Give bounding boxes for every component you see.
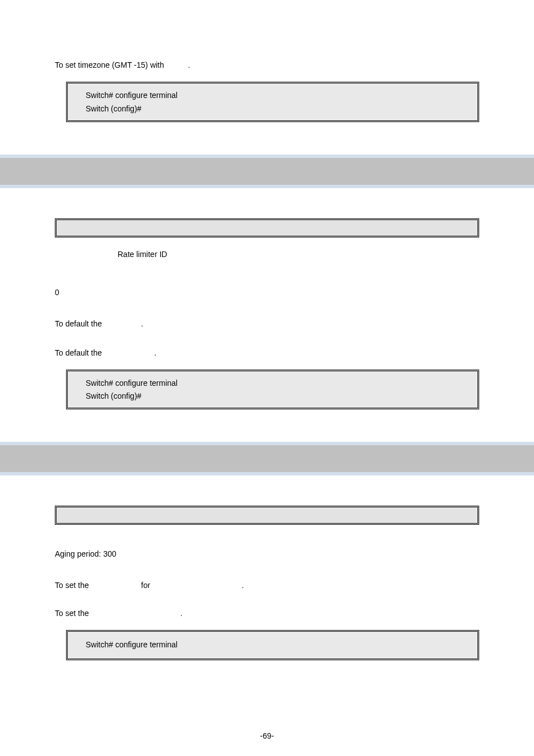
usage-tail: .	[242, 581, 244, 590]
usage-text: To set the	[55, 581, 89, 590]
param-label: Rate limiter ID	[55, 250, 479, 259]
usage-line: To set the for .	[55, 581, 479, 590]
section-band-1	[0, 155, 534, 188]
usage-line: To set the .	[55, 609, 479, 618]
usage-tail: .	[154, 348, 156, 357]
default-value: 0	[55, 288, 479, 297]
code-line: Switch# configure terminal	[86, 89, 460, 102]
top-usage-text: To set timezone (GMT -15) with	[55, 60, 164, 69]
code-line: Switch# configure terminal	[86, 638, 460, 652]
code-box-top: Switch# configure terminal Switch (confi…	[66, 82, 479, 122]
default-value-2: Aging period: 300	[55, 549, 479, 558]
code-box-sec1: Switch# configure terminal Switch (confi…	[66, 370, 479, 410]
section-band-2	[0, 442, 534, 475]
code-line: Switch (config)#	[86, 390, 460, 403]
top-usage-line: To set timezone (GMT -15) with .	[55, 60, 479, 69]
top-usage-tail: .	[188, 60, 190, 69]
syntax-box-2	[55, 506, 479, 525]
usage-text: To default the	[55, 348, 102, 357]
code-line: Switch# configure terminal	[86, 377, 460, 390]
code-box-sec2: Switch# configure terminal	[66, 630, 479, 660]
usage-tail: .	[180, 609, 182, 618]
syntax-box-1	[55, 218, 479, 237]
usage-line: To default the .	[55, 348, 479, 357]
usage-mid: for	[141, 581, 150, 590]
usage-text: To set the	[55, 609, 89, 618]
usage-line: To default the .	[55, 319, 479, 328]
code-line: Switch (config)#	[86, 102, 460, 116]
usage-tail: .	[141, 319, 143, 328]
usage-text: To default the	[55, 319, 102, 328]
page-number: -69-	[0, 731, 534, 740]
